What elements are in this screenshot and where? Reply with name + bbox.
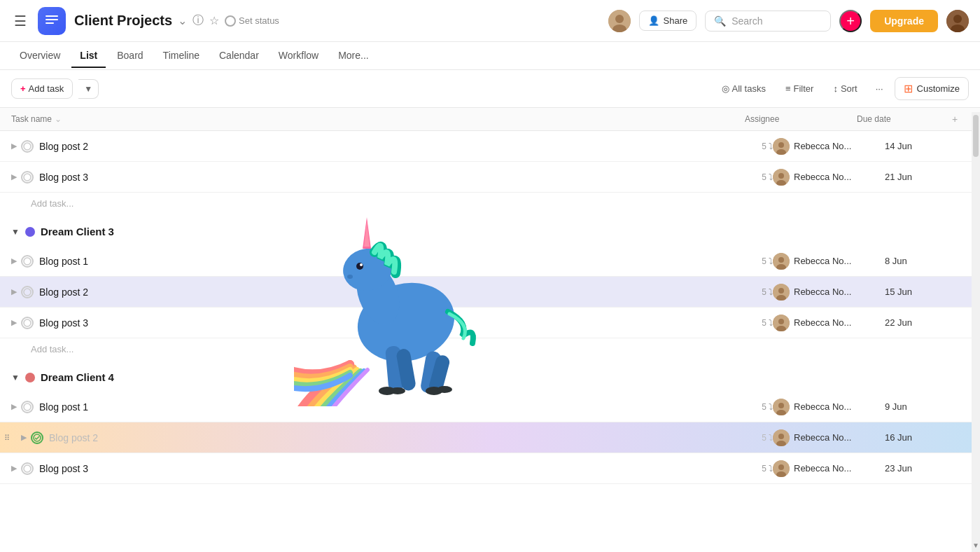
task-check[interactable] (21, 462, 34, 475)
assignee-name: Rebecca No... (794, 401, 851, 412)
team-avatar[interactable] (608, 10, 631, 32)
col-task-label: Task name (11, 114, 52, 124)
task-assignee: Rebecca No... (773, 429, 885, 446)
task-row[interactable]: ▶ Blog post 2 5⤵ Rebecca No... 15 Jun (0, 277, 980, 308)
tab-calendar[interactable]: Calendar (211, 44, 267, 68)
task-check[interactable] (21, 286, 34, 298)
task-check[interactable] (21, 317, 34, 329)
add-task-label: Add task (29, 83, 64, 94)
expand-icon[interactable]: ▶ (11, 172, 17, 181)
hamburger-button[interactable]: ☰ (11, 10, 29, 32)
toolbar: + Add task ▼ ◎ All tasks ≡ Filter ↕ Sort… (0, 70, 980, 108)
project-title: Client Projects (74, 13, 172, 29)
add-task-button[interactable]: + Add task (11, 78, 73, 99)
assignee-avatar (773, 429, 790, 446)
assignee-avatar (773, 460, 790, 477)
share-button[interactable]: 👤 Share (639, 11, 697, 31)
set-status-button[interactable]: Set status (225, 15, 279, 27)
star-icon[interactable]: ☆ (209, 14, 219, 27)
section-header-dream-client-4: ▼ Dream Client 4 (0, 363, 980, 392)
assignee-avatar (773, 169, 790, 186)
plus-icon: + (20, 83, 26, 94)
assignee-name: Rebecca No... (794, 141, 851, 151)
task-row[interactable]: ▶ Blog post 1 5⤵ Rebecca No... 9 Jun (0, 392, 980, 422)
task-check[interactable] (21, 171, 34, 184)
svg-point-37 (24, 465, 31, 472)
section-collapse-icon[interactable]: ▼ (11, 373, 20, 382)
dropdown-icon[interactable]: ⌄ (178, 14, 187, 27)
tab-overview[interactable]: Overview (11, 44, 69, 68)
search-icon: 🔍 (714, 15, 726, 27)
expand-icon[interactable]: ▶ (11, 287, 17, 296)
task-duedate: 14 Jun (885, 141, 969, 151)
task-check[interactable] (21, 255, 34, 268)
table-container: Task name ⌄ Assignee Due date + ▶ Blog p… (0, 108, 980, 548)
add-button[interactable]: + (839, 10, 862, 32)
expand-icon[interactable]: ▶ (11, 402, 17, 411)
expand-icon[interactable]: ▶ (11, 256, 17, 265)
info-icon[interactable]: ⓘ (192, 13, 204, 28)
task-subtask-count: 5⤵ (762, 464, 773, 474)
share-label: Share (664, 15, 688, 26)
task-check[interactable] (21, 140, 34, 153)
tab-more[interactable]: More... (330, 44, 377, 68)
task-row-selected[interactable]: ⠿ ▶ Blog post 2 5⤵ Rebecca No... 16 Jun (0, 422, 980, 453)
expand-icon[interactable]: ▶ (11, 464, 17, 473)
tab-timeline[interactable]: Timeline (155, 44, 208, 68)
task-row[interactable]: ▶ Blog post 2 5 ⤵ Rebecca No... 14 Jun (0, 131, 980, 162)
task-check[interactable] (21, 401, 34, 413)
assignee-name: Rebecca No... (794, 317, 851, 328)
svg-point-15 (778, 173, 784, 179)
task-row[interactable]: ▶ Blog post 3 5 ⤵ Rebecca No... 21 Jun (0, 162, 980, 193)
task-assignee: Rebecca No... (773, 399, 885, 415)
add-task-dropdown[interactable]: ▼ (78, 79, 99, 99)
add-task-inline-label: Add task... (31, 344, 74, 354)
expand-icon[interactable]: ▶ (11, 318, 17, 327)
drag-handle-icon: ⠿ (4, 433, 10, 442)
tab-workflow[interactable]: Workflow (270, 44, 327, 68)
assignee-name: Rebecca No... (794, 256, 851, 266)
task-row[interactable]: ▶ Blog post 3 5⤵ Rebecca No... 23 Jun (0, 453, 980, 484)
set-status-label: Set status (239, 15, 279, 26)
tab-list[interactable]: List (71, 44, 106, 68)
col-add-header[interactable]: + (941, 113, 969, 125)
task-subtask-count: 5⤵ (762, 287, 773, 297)
nav-tabs: Overview List Board Timeline Calendar Wo… (0, 42, 980, 70)
task-row[interactable]: ▶ Blog post 3 5⤵ Rebecca No... 22 Jun (0, 308, 980, 338)
task-name: Blog post 3 (39, 317, 756, 329)
table-header: Task name ⌄ Assignee Due date + (0, 108, 980, 131)
scroll-down-arrow[interactable]: ▼ (972, 538, 980, 548)
add-task-row[interactable]: Add task... (0, 338, 980, 363)
expand-icon[interactable]: ▶ (21, 433, 27, 442)
svg-point-9 (24, 143, 31, 150)
svg-point-23 (778, 288, 784, 294)
add-task-inline-label: Add task... (31, 198, 74, 209)
task-subtask-count: 5⤵ (762, 433, 773, 443)
upgrade-button[interactable]: Upgrade (870, 10, 938, 32)
sort-button[interactable]: ↕ Sort (826, 79, 864, 98)
expand-icon[interactable]: ▶ (11, 142, 17, 151)
all-tasks-button[interactable]: ◎ All tasks (715, 79, 773, 98)
add-task-row[interactable]: Add task... (0, 193, 980, 217)
assignee-name: Rebecca No... (794, 463, 851, 474)
task-check-done[interactable] (31, 432, 43, 444)
task-subtask-count: 5 ⤵ (762, 172, 773, 182)
section-name: Dream Client 3 (41, 226, 114, 237)
customize-button[interactable]: ⊞ Customize (895, 77, 969, 100)
user-avatar[interactable] (946, 10, 969, 32)
section-color-dot (25, 227, 35, 237)
task-row[interactable]: ▶ Blog post 1 5⤵ Rebecca No... 8 Jun (0, 246, 980, 277)
status-circle (225, 15, 236, 27)
search-box[interactable]: 🔍 Search (705, 11, 831, 32)
all-tasks-icon: ◎ (722, 83, 729, 94)
scrollbar-thumb[interactable] (973, 115, 979, 157)
task-duedate: 16 Jun (885, 432, 969, 443)
col-task-header: Task name ⌄ (11, 114, 745, 124)
filter-button[interactable]: ≡ Filter (778, 79, 820, 98)
section-collapse-icon[interactable]: ▼ (11, 227, 20, 237)
task-name: Blog post 2 (39, 141, 756, 152)
tab-board[interactable]: Board (108, 44, 151, 68)
more-options-button[interactable]: ··· (870, 79, 889, 98)
search-placeholder: Search (732, 15, 762, 27)
col-assignee-header: Assignee (745, 114, 857, 124)
